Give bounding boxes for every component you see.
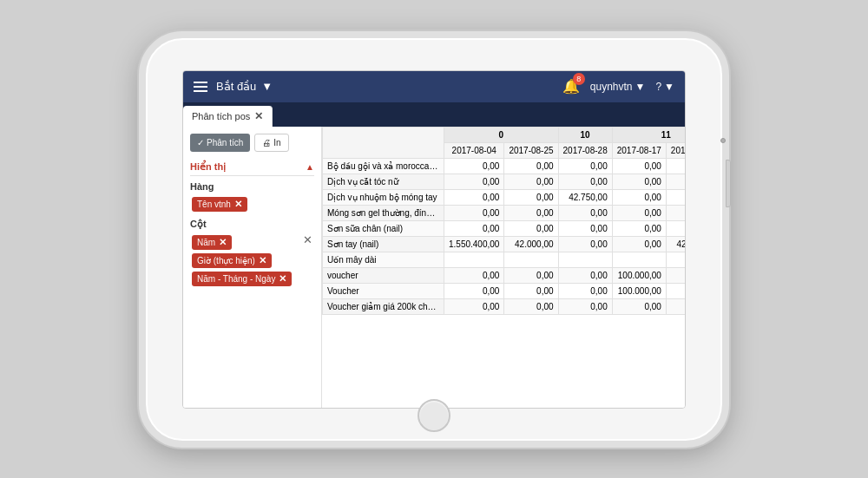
value-cell: 42.000,00 [666,236,685,252]
gio-tag-close[interactable]: ✕ [259,255,266,266]
value-cell: 0,00 [558,267,612,283]
value-cell: 0,00 [558,236,612,252]
navbar: Bắt đầu ▼ 🔔 8 quynhvtn ▼ ? ▼ [183,71,685,102]
value-cell: 1.550.400,00 [444,236,504,252]
gio-tag[interactable]: Giờ (thực hiện) ✕ [192,253,272,268]
value-cell [444,252,504,267]
hamburger-icon [194,82,207,92]
value-cell: 0,00 [558,283,612,298]
side-button[interactable] [726,160,731,207]
cot-tags: Năm ✕ ✕ Giờ (thực hiện) ✕ Năm - [190,233,314,288]
value-cell: 0,00 [612,298,666,314]
value-cell: 0,00 [558,220,612,236]
value-cell: 0,00 [612,236,666,252]
value-cell: 0,00 [612,189,666,205]
product-cell: Móng sơn gel thường, đính đá [323,205,444,220]
table-row: Móng sơn gel thường, đính đá0,000,000,00… [323,205,686,220]
date-col-5: 2017-09-18 [666,142,685,158]
value-cell: 100.000,00 [612,283,666,298]
value-cell: 0,00 [558,174,612,189]
value-cell [612,252,666,267]
product-cell: Sơn tay (nail) [323,236,444,252]
check-icon: ✓ [197,138,204,147]
username-label: quynhvtn [590,81,633,93]
notification-badge: 8 [573,73,585,85]
product-cell: Dịch vụ cắt tóc nữ [323,174,444,189]
value-cell: 0,00 [504,158,558,174]
hang-label: Hàng [190,181,314,192]
value-cell [666,252,685,267]
value-cell: 0,00 [612,174,666,189]
camera [720,138,726,143]
table-row: Voucher0,000,000,00100.000,000,000,000,0… [323,283,686,298]
analyze-button[interactable]: ✓ Phân tích [190,134,250,152]
value-cell: 0,00 [504,220,558,236]
table-row: Sơn sữa chân (nail)0,000,000,000,000,000… [323,220,686,236]
value-cell: 0,00 [444,205,504,220]
menu-button[interactable]: Bắt đầu ▼ [194,80,273,93]
date-col-2: 2017-08-25 [504,142,558,158]
menu-arrow: ▼ [261,80,273,93]
value-cell: 0,00 [666,205,685,220]
ten-vtnh-tag[interactable]: Tên vtnh ✕ [192,197,247,212]
tab-close-button[interactable]: ✕ [254,110,263,122]
table-row: Voucher giảm giá 200k cho khá0,000,000,0… [323,298,686,314]
value-cell: 0,00 [666,298,685,314]
nam-thang-ngay-tag[interactable]: Năm - Tháng - Ngày ✕ [192,272,292,286]
value-cell: 100.000,00 [612,267,666,283]
col-group-10: 10 [558,127,612,142]
tab-phan-tich-pos[interactable]: Phân tích pos ✕ [183,106,273,127]
value-cell: 0,00 [558,158,612,174]
phone-screen: Bắt đầu ▼ 🔔 8 quynhvtn ▼ ? ▼ [182,70,686,409]
help-arrow-icon: ▼ [664,81,674,93]
product-cell: Voucher [323,283,444,298]
home-button[interactable] [418,399,450,432]
value-cell: 42.000,00 [504,236,558,252]
value-cell: 0,00 [612,220,666,236]
table-row: Sơn tay (nail)1.550.400,0042.000,000,000… [323,236,686,252]
hien-thi-header[interactable]: Hiển thị ▲ [190,159,314,176]
cot-label: Cột [190,219,314,230]
table-row: Uốn mây dài [323,252,686,267]
value-cell: 0,00 [444,189,504,205]
value-cell: 0,00 [504,174,558,189]
user-menu[interactable]: quynhvtn ▼ [590,81,646,93]
value-cell: 0,00 [444,158,504,174]
sidebar: ✓ Phân tích 🖨 In Hiển thị ▲ Hàng [183,127,322,408]
clear-all-button[interactable]: ✕ [303,233,312,246]
value-cell: 0,00 [666,283,685,298]
table-row: Bộ dầu gội và xả moroccanoil0,000,000,00… [323,158,686,174]
table-row: voucher0,000,000,00100.000,000,000,000,0… [323,267,686,283]
col-group-0: 0 [444,127,559,142]
nam-thang-ngay-close[interactable]: ✕ [279,273,286,285]
value-cell: 0,00 [666,189,685,205]
value-cell [504,252,558,267]
hien-thi-section: Hiển thị ▲ Hàng Tên vtnh ✕ Cột [190,159,314,288]
value-cell: 0,00 [558,205,612,220]
value-cell: 0,00 [504,283,558,298]
nam-tag-close[interactable]: ✕ [219,237,227,248]
notification-button[interactable]: 🔔 8 [562,78,580,95]
table-row: Dịch vụ nhuộm bộ móng tay0,000,0042.750,… [323,189,686,205]
navbar-right: 🔔 8 quynhvtn ▼ ? ▼ [562,78,674,95]
print-button[interactable]: 🖨 In [254,134,288,152]
value-cell: 0,00 [504,298,558,314]
value-cell: 0,00 [666,174,685,189]
date-col-3: 2017-08-28 [558,142,612,158]
value-cell: 0,00 [558,298,612,314]
ten-vtnh-close[interactable]: ✕ [234,199,242,210]
tab-bar: Phân tích pos ✕ [183,102,685,127]
value-cell: 0,00 [504,189,558,205]
value-cell: 0,00 [504,267,558,283]
nam-tag[interactable]: Năm ✕ [192,235,232,250]
help-menu[interactable]: ? ▼ [655,81,674,93]
product-cell: Bộ dầu gội và xả moroccanoil [323,158,444,174]
value-cell: 0,00 [444,298,504,314]
value-cell: 0,00 [666,220,685,236]
cot-section: Cột Năm ✕ ✕ Giờ (thực hiện) ✕ [190,219,314,288]
value-cell: 0,00 [666,158,685,174]
value-cell [558,252,612,267]
value-cell: 0,00 [444,220,504,236]
hien-thi-label: Hiển thị [190,161,226,173]
value-cell: 42.750,00 [558,189,612,205]
